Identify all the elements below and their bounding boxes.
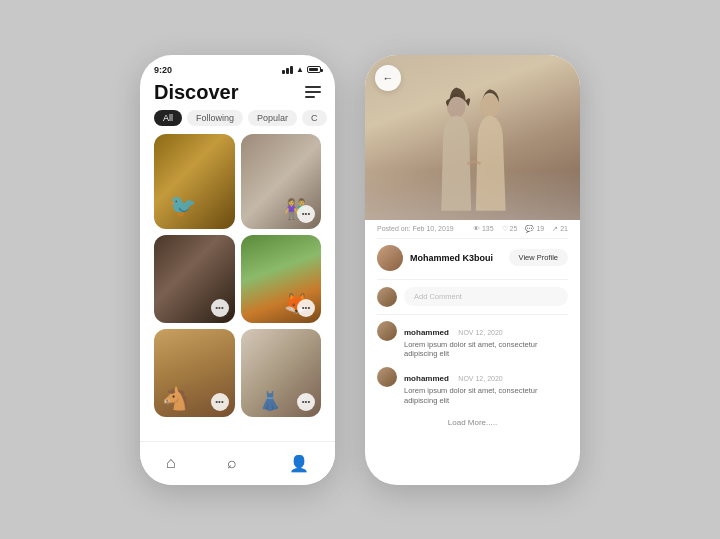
grid-item-horse[interactable]: ••• <box>154 329 235 417</box>
page-title: Discover <box>154 81 239 104</box>
commenter-2-avatar <box>377 367 397 387</box>
shares-stat: ↗ 21 <box>552 225 568 233</box>
tab-all[interactable]: All <box>154 110 182 126</box>
menu-button[interactable] <box>305 86 321 98</box>
tab-following[interactable]: Following <box>187 110 243 126</box>
grid-item-bird[interactable] <box>154 134 235 229</box>
divider-1 <box>377 238 568 239</box>
grid-item-fox[interactable]: ••• <box>241 235 322 323</box>
views-stat: 👁 135 <box>473 225 494 233</box>
grid-item-man[interactable]: ••• <box>154 235 235 323</box>
eye-icon: 👁 <box>473 225 480 232</box>
more-options-fox[interactable]: ••• <box>297 299 315 317</box>
author-row: Mohammed K3boui View Profile <box>365 241 580 277</box>
divider-2 <box>377 279 568 280</box>
right-phone: ← Posted on: Feb 10, 2019 👁 135 ♡ 25 💬 1… <box>365 55 580 485</box>
menu-line-1 <box>305 86 321 88</box>
more-options-couple[interactable]: ••• <box>297 205 315 223</box>
svg-point-1 <box>479 94 500 116</box>
comments-count: 19 <box>536 225 544 232</box>
comment-1-body: mohammed NOV 12, 2020 Lorem ipsum dolor … <box>404 321 568 360</box>
menu-line-2 <box>305 91 321 93</box>
photo-bird <box>154 134 235 229</box>
share-icon: ↗ <box>552 225 558 233</box>
signal-bar-3 <box>290 66 293 74</box>
author-name: Mohammed K3boui <box>410 253 493 263</box>
heart-icon: ♡ <box>502 225 508 233</box>
comment-1-header: mohammed NOV 12, 2020 <box>404 321 568 339</box>
post-meta: Posted on: Feb 10, 2019 👁 135 ♡ 25 💬 19 … <box>365 220 580 236</box>
filter-tabs: All Following Popular C <box>140 110 335 134</box>
post-date: Posted on: Feb 10, 2019 <box>377 225 454 232</box>
comments-stat: 💬 19 <box>525 225 544 233</box>
tab-popular[interactable]: Popular <box>248 110 297 126</box>
time: 9:20 <box>154 65 172 75</box>
photo-grid: ••• ••• ••• ••• ••• <box>140 134 335 417</box>
menu-line-3 <box>305 96 315 98</box>
load-more-button[interactable]: Load More..... <box>365 410 580 435</box>
more-options-horse[interactable]: ••• <box>211 393 229 411</box>
shares-count: 21 <box>560 225 568 232</box>
comment-input-row: Add Comment <box>365 282 580 312</box>
views-count: 135 <box>482 225 494 232</box>
comment-2-date: NOV 12, 2020 <box>458 375 502 382</box>
more-options-woman[interactable]: ••• <box>297 393 315 411</box>
more-options-man[interactable]: ••• <box>211 299 229 317</box>
left-header: Discover <box>140 79 335 110</box>
status-bar: 9:20 ▲ <box>140 55 335 79</box>
status-icons: ▲ <box>282 65 321 74</box>
commenter-2-name: mohammed <box>404 374 449 383</box>
wifi-icon: ▲ <box>296 65 304 74</box>
tab-c[interactable]: C <box>302 110 327 126</box>
nav-home-icon[interactable]: ⌂ <box>166 454 176 472</box>
comment-1-text: Lorem ipsum dolor sit amet, consectetur … <box>404 340 568 360</box>
comment-1-date: NOV 12, 2020 <box>458 329 502 336</box>
grid-item-couple[interactable]: ••• <box>241 134 322 229</box>
nav-search-icon[interactable]: ⌕ <box>227 454 237 472</box>
meta-stats: 👁 135 ♡ 25 💬 19 ↗ 21 <box>473 225 568 233</box>
signal-bar-1 <box>282 70 285 74</box>
likes-count: 25 <box>510 225 518 232</box>
signal-bar-2 <box>286 68 289 74</box>
comment-input[interactable]: Add Comment <box>404 287 568 306</box>
comment-1: mohammed NOV 12, 2020 Lorem ipsum dolor … <box>365 317 580 364</box>
comment-2: mohammed NOV 12, 2020 Lorem ipsum dolor … <box>365 363 580 410</box>
hero-image: ← <box>365 55 580 220</box>
author-avatar <box>377 245 403 271</box>
divider-3 <box>377 314 568 315</box>
comment-icon: 💬 <box>525 225 534 233</box>
commenter-1-avatar <box>377 321 397 341</box>
commenter-1-name: mohammed <box>404 328 449 337</box>
back-button[interactable]: ← <box>375 65 401 91</box>
likes-stat: ♡ 25 <box>502 225 518 233</box>
comment-2-text: Lorem ipsum dolor sit amet, consectetur … <box>404 386 568 406</box>
left-phone: 9:20 ▲ Discover All Following Popular C <box>140 55 335 485</box>
nav-profile-icon[interactable]: 👤 <box>289 454 309 473</box>
comment-2-body: mohammed NOV 12, 2020 Lorem ipsum dolor … <box>404 367 568 406</box>
comment-2-header: mohammed NOV 12, 2020 <box>404 367 568 385</box>
couple-illustration <box>413 80 533 220</box>
author-info: Mohammed K3boui <box>377 245 493 271</box>
bottom-nav: ⌂ ⌕ 👤 <box>140 441 335 485</box>
current-user-avatar <box>377 287 397 307</box>
view-profile-button[interactable]: View Profile <box>509 249 568 266</box>
grid-item-woman[interactable]: ••• <box>241 329 322 417</box>
battery-icon <box>307 66 321 73</box>
